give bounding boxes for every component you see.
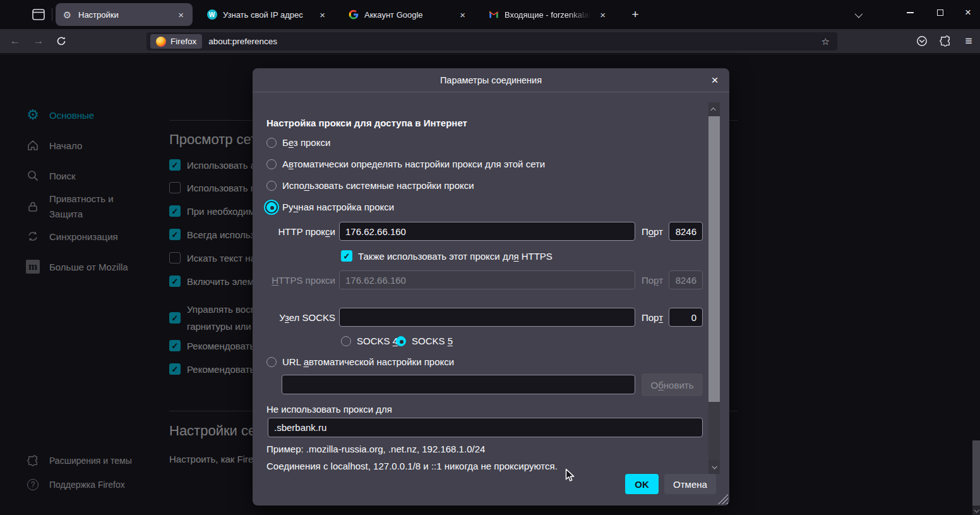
reload-pac-button: Обновить — [642, 373, 703, 396]
radio-button[interactable] — [341, 336, 351, 346]
tab-strip: ⚙ Настройки × W Узнать свой IP адрес × А… — [56, 3, 614, 26]
extensions-button[interactable] — [935, 32, 955, 51]
tab-title: Аккаунт Google — [364, 10, 452, 20]
socks-port-input[interactable] — [669, 308, 703, 327]
http-proxy-input[interactable] — [339, 222, 635, 241]
scroll-down-button[interactable] — [708, 460, 720, 474]
http-proxy-row: HTTP прокси Порт — [266, 222, 703, 241]
tab-title: Настройки — [78, 10, 170, 20]
tab-ip-address[interactable]: W Узнать свой IP адрес × — [200, 3, 334, 26]
pocket-icon — [916, 35, 928, 47]
radio-system-proxy[interactable]: Использовать системные настройки прокси — [266, 180, 474, 191]
radio-label: Без прокси — [282, 137, 330, 148]
puzzle-icon — [940, 35, 951, 47]
maximize-icon — [937, 9, 943, 16]
scroll-up-button[interactable] — [708, 102, 720, 116]
radio-button[interactable] — [266, 357, 277, 367]
tab-separator — [52, 8, 52, 21]
bookmark-star-button[interactable]: ☆ — [818, 36, 834, 47]
radio-button[interactable] — [396, 336, 406, 346]
no-proxy-label: Не использовать прокси для — [266, 404, 392, 415]
radio-label: SOCKS 4 — [357, 336, 398, 346]
dialog-close-button[interactable]: × — [707, 73, 723, 88]
window-minimize-button[interactable] — [896, 0, 924, 25]
radio-socks4[interactable]: SOCKS 4 — [341, 336, 398, 346]
https-port-label: Порт — [642, 275, 663, 286]
no-proxy-input[interactable] — [268, 418, 703, 437]
window-maximize-button[interactable] — [926, 0, 954, 25]
dialog-scrollbar[interactable] — [708, 102, 720, 474]
tab-title: Входящие - forzenkalab@gmai — [505, 10, 592, 20]
reload-button[interactable] — [51, 32, 71, 51]
url-text: about:preferences — [208, 37, 817, 46]
list-all-tabs-button[interactable] — [850, 8, 865, 21]
chip-label: Firefox — [170, 37, 196, 46]
radio-socks5[interactable]: SOCKS 5 — [396, 336, 453, 346]
radio-button[interactable] — [266, 202, 277, 212]
radio-manual-proxy[interactable]: Ручная настройка прокси — [266, 202, 394, 212]
http-proxy-label: HTTP прокси — [266, 226, 339, 237]
radio-autoconfig-url[interactable]: URL автоматической настройки прокси — [266, 356, 454, 367]
firefox-logo-icon — [156, 37, 166, 47]
dialog-titlebar: Параметры соединения × — [253, 68, 729, 92]
radio-button[interactable] — [266, 159, 277, 169]
tab-bar: ⚙ Настройки × W Узнать свой IP адрес × А… — [0, 0, 980, 29]
firefox-view-button[interactable] — [30, 7, 47, 22]
radio-button[interactable] — [266, 138, 277, 148]
autoconfig-url-input[interactable] — [282, 375, 635, 394]
page-scrollbar-thumb[interactable] — [972, 440, 980, 506]
dialog-title: Параметры соединения — [440, 75, 542, 85]
radio-button[interactable] — [266, 181, 277, 191]
tab-title: Узнать свой IP адрес — [223, 10, 312, 20]
cancel-button[interactable]: Отмена — [664, 474, 716, 494]
checkbox-label: Также использовать этот прокси для HTTPS — [358, 251, 553, 262]
tab-settings[interactable]: ⚙ Настройки × — [56, 3, 193, 26]
dialog-scrollbar-thumb[interactable] — [708, 116, 720, 402]
chevron-up-icon — [710, 107, 715, 112]
menu-button[interactable]: ≡ — [959, 32, 979, 51]
gear-icon: ⚙ — [62, 9, 73, 20]
back-button[interactable]: ← — [5, 32, 25, 51]
reload-icon — [56, 36, 66, 46]
navigation-toolbar: ← → Firefox about:preferences ☆ ≡ — [0, 29, 980, 54]
checkbox[interactable] — [341, 250, 352, 262]
tab-gmail-inbox[interactable]: Входящие - forzenkalab@gmai × — [482, 3, 614, 26]
radio-auto-detect[interactable]: Автоматически определять настройки прокс… — [266, 159, 545, 169]
ok-button[interactable]: OK — [625, 474, 659, 494]
page-scrollbar-down-button[interactable] — [972, 506, 980, 515]
google-icon — [348, 9, 359, 20]
url-bar[interactable]: Firefox about:preferences ☆ — [146, 32, 837, 51]
tab-close-button[interactable]: × — [176, 9, 186, 21]
site-identity-chip[interactable]: Firefox — [150, 34, 202, 49]
chevron-down-icon — [712, 464, 717, 469]
radio-label: Автоматически определять настройки прокс… — [282, 159, 545, 169]
forward-button[interactable]: → — [28, 32, 49, 51]
tab-close-button[interactable]: × — [317, 9, 328, 21]
http-port-label: Порт — [642, 226, 663, 237]
mouse-cursor — [565, 468, 576, 485]
example-text: Пример: .mozilla-russia.org, .net.nz, 19… — [266, 444, 485, 454]
pocket-button[interactable] — [912, 32, 932, 51]
firefox-view-icon — [32, 9, 45, 20]
radio-label: URL автоматической настройки прокси — [282, 356, 454, 367]
radio-label: SOCKS 5 — [412, 336, 453, 346]
tab-close-button[interactable]: × — [457, 9, 468, 21]
https-proxy-row: HTTPS прокси Порт — [266, 270, 703, 289]
tab-close-button[interactable]: × — [597, 9, 608, 21]
tab-google-account[interactable]: Аккаунт Google × — [342, 3, 474, 26]
dialog-resize-grip[interactable] — [715, 492, 728, 504]
use-for-https-row[interactable]: Также использовать этот прокси для HTTPS — [341, 250, 553, 262]
socks-host-input[interactable] — [339, 308, 635, 327]
socks-port-label: Порт — [642, 312, 663, 323]
radio-no-proxy[interactable]: Без прокси — [266, 137, 330, 148]
new-tab-button[interactable]: + — [626, 6, 644, 23]
chevron-down-icon — [854, 9, 863, 18]
socks-host-label: Узел SOCKS — [266, 312, 339, 323]
minimize-icon — [907, 12, 914, 13]
window-close-button[interactable]: × — [954, 0, 980, 25]
http-port-input[interactable] — [669, 222, 703, 241]
localhost-note-text: Соединения с localhost, 127.0.0.1/8 и ::… — [266, 461, 558, 471]
https-port-input — [669, 270, 703, 289]
radio-label: Ручная настройка прокси — [282, 202, 394, 212]
gmail-icon — [488, 9, 499, 20]
